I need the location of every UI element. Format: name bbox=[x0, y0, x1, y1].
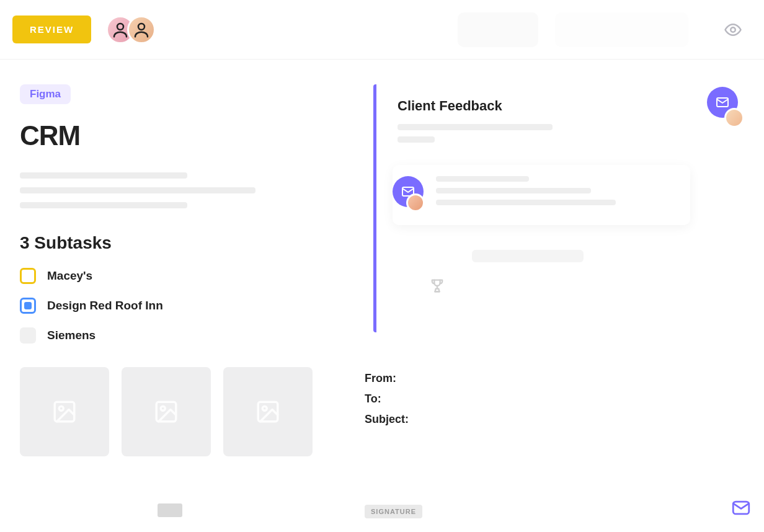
mail-icon bbox=[731, 497, 752, 518]
image-icon bbox=[255, 399, 281, 425]
eye-icon bbox=[724, 20, 742, 39]
toolbar-placeholder bbox=[555, 12, 688, 47]
trophy-icon bbox=[429, 277, 702, 297]
subtask-item[interactable]: Macey's bbox=[20, 268, 355, 284]
attachments bbox=[20, 367, 355, 456]
attachment-thumbnail[interactable] bbox=[122, 367, 211, 456]
toolbar-placeholder bbox=[458, 12, 538, 47]
top-bar: REVIEW bbox=[0, 0, 764, 60]
email-subject-label: Subject: bbox=[365, 413, 712, 426]
subtask-item[interactable]: Siemens bbox=[20, 327, 355, 344]
text-placeholder bbox=[398, 124, 553, 130]
svg-point-8 bbox=[262, 406, 267, 410]
reply-placeholder bbox=[472, 250, 584, 262]
subtask-status-icon[interactable] bbox=[20, 298, 36, 314]
subtasks-list: Macey's Design Red Roof Inn Siemens bbox=[20, 268, 355, 344]
svg-point-6 bbox=[161, 406, 165, 410]
feedback-title: Client Feedback bbox=[398, 98, 702, 114]
svg-point-0 bbox=[117, 24, 123, 30]
subtask-label: Siemens bbox=[47, 329, 96, 342]
task-title[interactable]: CRM bbox=[20, 120, 355, 151]
task-details: Figma CRM 3 Subtasks Macey's Design Red … bbox=[20, 84, 355, 456]
assignee-avatars bbox=[106, 16, 156, 44]
review-button[interactable]: REVIEW bbox=[12, 16, 91, 43]
attachment-thumbnail[interactable] bbox=[223, 367, 313, 456]
subtasks-heading: 3 Subtasks bbox=[20, 233, 355, 253]
watchers-button[interactable] bbox=[719, 16, 747, 43]
email-from-label: From: bbox=[365, 372, 712, 385]
subtask-label: Macey's bbox=[47, 269, 92, 283]
compose-email-button[interactable] bbox=[731, 497, 752, 521]
email-sender-avatar[interactable] bbox=[724, 108, 744, 128]
mail-icon bbox=[715, 95, 730, 110]
svg-point-2 bbox=[731, 27, 735, 32]
email-to-label: To: bbox=[365, 392, 712, 406]
feedback-panel: Client Feedback bbox=[373, 84, 721, 332]
subtask-status-icon[interactable] bbox=[20, 268, 36, 284]
svg-point-1 bbox=[138, 24, 144, 30]
svg-point-4 bbox=[59, 406, 63, 410]
message-body-placeholder bbox=[436, 176, 616, 211]
subtask-item[interactable]: Design Red Roof Inn bbox=[20, 298, 355, 314]
attachment-thumbnail[interactable] bbox=[20, 367, 109, 456]
subtask-status-icon[interactable] bbox=[20, 327, 36, 344]
task-description-placeholder bbox=[20, 172, 355, 208]
message-card[interactable] bbox=[393, 165, 690, 225]
text-placeholder bbox=[398, 136, 435, 143]
email-compose-pane[interactable]: From: To: Subject: bbox=[365, 372, 712, 433]
footer-chip bbox=[158, 503, 182, 517]
avatar-user-2[interactable] bbox=[127, 16, 156, 44]
image-icon bbox=[51, 399, 78, 425]
message-author-avatar[interactable] bbox=[406, 193, 425, 212]
project-tag[interactable]: Figma bbox=[20, 84, 71, 104]
image-icon bbox=[153, 399, 179, 425]
subtask-label: Design Red Roof Inn bbox=[47, 299, 163, 313]
signature-chip[interactable]: SIGNATURE bbox=[365, 505, 422, 518]
